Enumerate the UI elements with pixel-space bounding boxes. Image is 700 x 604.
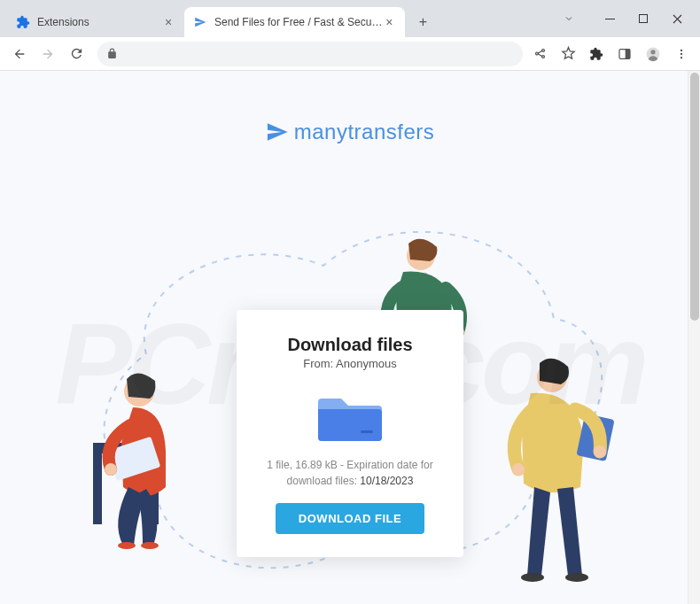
svg-point-26 bbox=[565, 573, 588, 582]
file-size: 16.89 kB bbox=[295, 459, 337, 471]
svg-point-16 bbox=[105, 463, 117, 476]
folder-icon bbox=[316, 388, 384, 445]
svg-point-5 bbox=[650, 50, 655, 54]
maximize-button[interactable] bbox=[634, 10, 652, 27]
from-label: From: bbox=[303, 357, 336, 370]
svg-point-6 bbox=[681, 49, 682, 50]
svg-point-25 bbox=[521, 573, 544, 582]
file-info: 1 file, 16.89 kB - Expiration date for d… bbox=[258, 457, 442, 489]
tab-title: Extensions bbox=[37, 16, 161, 28]
brand-logo: manytransfers bbox=[266, 120, 435, 144]
puzzle-icon bbox=[16, 15, 30, 29]
download-file-button[interactable]: DOWNLOAD FILE bbox=[276, 503, 424, 534]
illustration-person-left bbox=[84, 354, 208, 549]
browser-titlebar: Extensions × Send Files for Free / Fast … bbox=[0, 0, 700, 37]
from-value: Anonymous bbox=[336, 357, 397, 370]
svg-point-23 bbox=[594, 445, 606, 458]
tab-sendfiles[interactable]: Send Files for Free / Fast & Secu… × bbox=[184, 7, 405, 37]
side-panel-icon[interactable] bbox=[617, 46, 633, 62]
star-icon[interactable] bbox=[560, 46, 576, 62]
svg-point-15 bbox=[141, 542, 159, 549]
tab-title: Send Files for Free / Fast & Secu… bbox=[214, 16, 382, 28]
svg-rect-10 bbox=[93, 453, 102, 524]
illustration-person-right bbox=[492, 354, 625, 585]
svg-rect-3 bbox=[626, 49, 630, 58]
svg-point-8 bbox=[681, 56, 682, 58]
window-controls bbox=[546, 0, 700, 37]
extensions-icon[interactable] bbox=[588, 46, 604, 62]
page-content: manytransfers bbox=[0, 71, 700, 604]
address-bar[interactable] bbox=[97, 42, 523, 66]
close-icon[interactable]: × bbox=[382, 15, 396, 29]
back-button[interactable] bbox=[7, 42, 32, 66]
browser-toolbar bbox=[0, 37, 700, 71]
tab-extensions[interactable]: Extensions × bbox=[7, 7, 184, 37]
new-tab-button[interactable]: + bbox=[410, 10, 435, 35]
menu-icon[interactable] bbox=[673, 46, 689, 62]
lock-icon bbox=[106, 47, 121, 61]
expiration-date: 10/18/2023 bbox=[360, 475, 413, 487]
download-card: Download files From: Anonymous 1 file, 1… bbox=[237, 310, 463, 557]
svg-point-14 bbox=[118, 542, 136, 549]
svg-point-7 bbox=[681, 52, 682, 54]
close-window-button[interactable] bbox=[668, 10, 686, 27]
svg-point-24 bbox=[512, 463, 525, 476]
share-icon[interactable] bbox=[532, 46, 548, 62]
forward-button[interactable] bbox=[35, 42, 60, 66]
svg-rect-27 bbox=[361, 430, 373, 433]
tabs-row: Extensions × Send Files for Free / Fast … bbox=[0, 0, 435, 37]
paper-plane-icon bbox=[193, 15, 207, 29]
brand-name: manytransfers bbox=[294, 120, 435, 144]
scrollbar[interactable] bbox=[688, 71, 700, 604]
toolbar-actions bbox=[532, 46, 693, 62]
file-count: 1 file bbox=[267, 459, 289, 471]
svg-rect-1 bbox=[640, 15, 648, 23]
scrollbar-thumb[interactable] bbox=[690, 73, 699, 321]
card-heading: Download files bbox=[258, 335, 442, 355]
minimize-button[interactable] bbox=[601, 10, 618, 27]
card-from: From: Anonymous bbox=[258, 357, 442, 370]
reload-button[interactable] bbox=[64, 42, 89, 66]
paper-plane-icon bbox=[266, 120, 289, 143]
chevron-down-icon[interactable] bbox=[560, 10, 578, 27]
profile-icon[interactable] bbox=[645, 46, 661, 62]
close-icon[interactable]: × bbox=[161, 15, 175, 29]
